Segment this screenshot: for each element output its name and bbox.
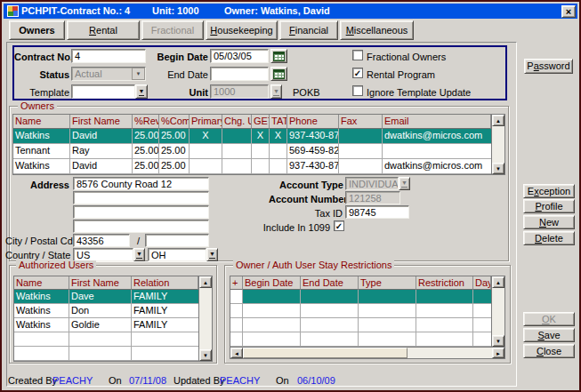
table-row[interactable]: Watkins Goldie FAMILY xyxy=(14,318,198,332)
title-bar: PCHPIT-Contract No.: 4 Unit: 1000 Owner:… xyxy=(4,4,577,19)
end-date-calendar-button[interactable] xyxy=(270,67,287,81)
scroll-up-icon[interactable]: ▲ xyxy=(492,276,504,288)
table-row[interactable]: Watkins Don FAMILY xyxy=(14,304,198,318)
cell xyxy=(222,129,252,144)
city-field[interactable]: 43356 xyxy=(73,234,130,247)
exception-button[interactable]: Exception xyxy=(523,184,575,198)
calendar-icon xyxy=(273,69,285,79)
state-lov-button[interactable]: ▼ xyxy=(206,248,218,261)
cell: 25.00 xyxy=(133,129,159,144)
scrollbar-track[interactable] xyxy=(408,348,492,358)
save-button[interactable]: Save xyxy=(523,328,575,342)
cell xyxy=(132,347,198,361)
account-type-label: Account Type xyxy=(279,180,343,191)
created-by-value: PEACHY xyxy=(52,375,93,387)
cell: 25.00 xyxy=(133,159,159,174)
stay-restrictions-table: + Begin Date End Date Type Restriction D… xyxy=(230,276,505,359)
address-line4-field[interactable] xyxy=(73,220,209,233)
cell: 569-459-8213 xyxy=(287,144,339,159)
begin-date-field[interactable]: 05/03/05 xyxy=(210,49,269,63)
table-row[interactable] xyxy=(230,304,491,318)
scroll-right-icon[interactable]: ► xyxy=(492,348,504,358)
rental-program-checkbox[interactable]: ✓ xyxy=(352,68,363,78)
unit-lov-button: ▼ xyxy=(270,84,282,99)
table-row[interactable] xyxy=(14,332,198,347)
end-date-label: End Date xyxy=(146,69,208,81)
address-line2-field[interactable] xyxy=(73,191,209,204)
tab-owners[interactable]: Owners xyxy=(9,20,65,40)
cell: Tennant xyxy=(13,144,70,159)
delete-button[interactable]: Delete xyxy=(523,231,575,245)
tax-id-field[interactable]: 98745 xyxy=(345,205,409,219)
column-header: Restriction xyxy=(416,276,473,290)
vertical-scrollbar[interactable]: ▲ ▼ xyxy=(491,115,504,174)
column-header: TAT xyxy=(270,115,287,129)
scroll-left-icon[interactable]: ◄ xyxy=(230,348,243,358)
updated-on-value: 06/10/09 xyxy=(297,375,335,387)
profile-button[interactable]: Profile xyxy=(523,199,575,213)
table-row[interactable]: Tennant Ray 25.00 25.00 569-459-8213 xyxy=(13,144,491,159)
table-row[interactable] xyxy=(230,318,491,332)
password-button[interactable]: Password xyxy=(524,59,573,74)
city-postal-separator: / xyxy=(137,236,140,247)
country-lov-button[interactable]: ▼ xyxy=(133,248,145,261)
tab-financial[interactable]: Financial xyxy=(279,20,338,40)
owners-group-title: Owners xyxy=(18,101,57,111)
vertical-scrollbar[interactable]: ▲ ▼ xyxy=(198,276,212,361)
fractional-owners-checkbox[interactable] xyxy=(352,50,363,60)
dropdown-list-icon: ▼ xyxy=(209,251,215,259)
template-field[interactable] xyxy=(71,84,135,99)
scroll-up-icon[interactable]: ▲ xyxy=(492,115,504,126)
table-row[interactable]: Watkins David 25.00 25.00 937-430-8741 d… xyxy=(13,159,491,174)
status-label: Status xyxy=(14,69,69,81)
table-row[interactable] xyxy=(14,347,198,361)
column-header: Days xyxy=(473,276,491,290)
table-row[interactable] xyxy=(230,332,491,347)
column-header: + xyxy=(230,276,243,290)
table-row-selected[interactable]: Watkins Dave FAMILY xyxy=(14,290,198,304)
vertical-scrollbar[interactable]: ▲ ▼ xyxy=(491,276,504,347)
close-button[interactable]: Close xyxy=(523,344,575,358)
account-number-field: 121258 xyxy=(345,191,400,204)
cell xyxy=(473,290,491,304)
cell: Watkins xyxy=(14,290,69,304)
new-button[interactable]: New xyxy=(523,215,575,229)
scroll-down-icon[interactable]: ▼ xyxy=(492,163,504,174)
table-row-selected[interactable]: Watkins David 25.00 25.00 X X X 937-430-… xyxy=(13,129,491,144)
scroll-down-icon[interactable]: ▼ xyxy=(492,335,504,347)
cell xyxy=(243,290,301,304)
cell xyxy=(270,144,287,159)
cell xyxy=(230,290,243,304)
cell: 25.00 xyxy=(159,144,190,159)
postal-code-field[interactable] xyxy=(145,234,209,247)
ignore-template-update-checkbox[interactable] xyxy=(352,85,363,96)
state-field[interactable]: OH xyxy=(148,248,206,261)
begin-date-calendar-button[interactable] xyxy=(270,49,287,63)
close-icon[interactable]: × xyxy=(561,5,576,18)
cell: dwatkins@micros.com xyxy=(383,159,491,174)
cell xyxy=(383,144,491,159)
scroll-up-icon[interactable]: ▲ xyxy=(199,276,212,288)
tab-housekeeping[interactable]: Housekeeping xyxy=(206,20,278,40)
dropdown-list-icon: ▼ xyxy=(273,88,279,96)
column-header: Primary xyxy=(190,115,222,129)
column-header: Relation xyxy=(132,276,198,290)
cell xyxy=(359,332,416,347)
include-1099-checkbox[interactable]: ✓ xyxy=(334,220,344,231)
tab-rental[interactable]: Rental xyxy=(67,20,140,40)
cell: Ray xyxy=(70,144,133,159)
contract-no-field[interactable]: 4 xyxy=(71,49,146,63)
address-line1-field[interactable]: 8576 County Road 12 xyxy=(73,177,209,190)
end-date-field[interactable] xyxy=(210,67,269,81)
cell xyxy=(252,159,270,174)
cell xyxy=(222,159,252,174)
tab-miscellaneous[interactable]: Miscellaneous xyxy=(340,20,414,40)
address-line3-field[interactable] xyxy=(73,205,209,219)
scroll-down-icon[interactable]: ▼ xyxy=(199,349,212,361)
horizontal-scrollbar[interactable]: ◄ ► xyxy=(230,347,504,358)
cell xyxy=(14,347,69,361)
scrollbar-thumb[interactable] xyxy=(243,348,408,358)
table-row-selected[interactable] xyxy=(230,290,491,304)
cell xyxy=(230,318,243,332)
cell xyxy=(132,332,198,347)
